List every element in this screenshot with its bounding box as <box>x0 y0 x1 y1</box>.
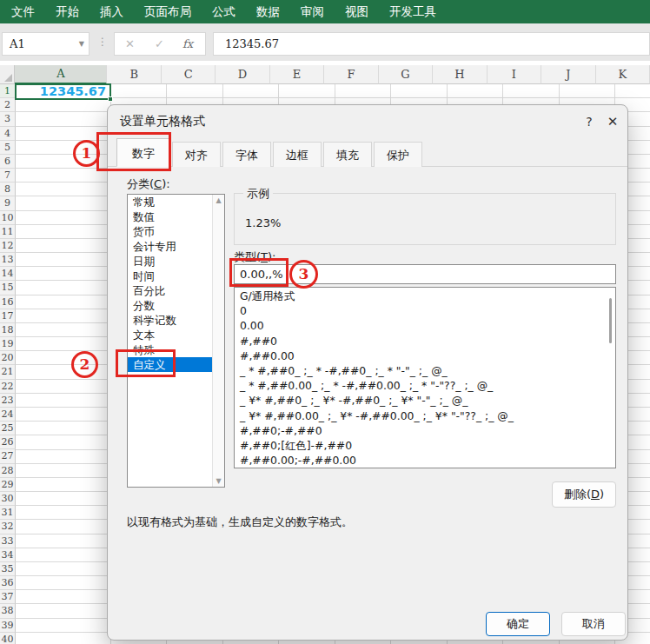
row-header-14[interactable]: 14 <box>0 267 16 281</box>
dialog-tab-3[interactable]: 字体 <box>222 142 271 167</box>
row-header-8[interactable]: 8 <box>0 183 16 196</box>
format-code-item-6[interactable]: _ * #,##0_ ;_ * -#,##0_ ;_ * "-"_ ;_ @_ <box>235 363 615 378</box>
ribbon-tab-3[interactable]: 插入 <box>100 0 123 23</box>
format-code-item-7[interactable]: _ * #,##0.00_ ;_ * -#,##0.00_ ;_ * "-"??… <box>235 378 615 393</box>
row-header-9[interactable]: 9 <box>0 196 16 210</box>
format-list-scrollbar[interactable] <box>609 298 612 343</box>
ribbon-tab-4[interactable]: 页面布局 <box>144 0 191 23</box>
column-header-G[interactable]: G <box>379 65 433 84</box>
row-header-3[interactable]: 3 <box>0 112 16 126</box>
fill-handle[interactable] <box>108 96 113 102</box>
row-header-15[interactable]: 15 <box>0 281 16 295</box>
category-item-2[interactable]: 数值 <box>128 209 224 224</box>
row-header-17[interactable]: 17 <box>0 309 16 323</box>
category-item-10[interactable]: 文本 <box>128 328 224 342</box>
row-header-13[interactable]: 13 <box>0 253 16 267</box>
row-header-30[interactable]: 30 <box>0 492 16 506</box>
format-code-item-4[interactable]: #,##0 <box>235 334 615 349</box>
dialog-tab-6[interactable]: 保护 <box>374 142 422 167</box>
row-header-34[interactable]: 34 <box>0 548 16 562</box>
row-header-27[interactable]: 27 <box>0 449 16 463</box>
row-header-19[interactable]: 19 <box>0 337 16 351</box>
category-item-6[interactable]: 时间 <box>128 269 224 283</box>
row-header-37[interactable]: 37 <box>0 590 16 604</box>
scroll-up-icon[interactable]: ▲ <box>213 196 224 204</box>
row-header-16[interactable]: 16 <box>0 295 16 309</box>
row-header-36[interactable]: 36 <box>0 576 16 590</box>
row-header-26[interactable]: 26 <box>0 435 16 449</box>
dialog-close-icon[interactable]: ✕ <box>602 111 623 132</box>
category-item-1[interactable]: 常规 <box>128 195 224 209</box>
category-listbox[interactable]: 常规数值货币会计专用日期时间百分比分数科学记数文本特殊自定义 ▲ ▼ <box>127 194 225 488</box>
row-header-24[interactable]: 24 <box>0 408 16 422</box>
row-header-1[interactable]: 1 <box>0 84 16 98</box>
column-header-A[interactable]: A <box>15 65 107 84</box>
row-header-12[interactable]: 12 <box>0 239 16 253</box>
row-header-25[interactable]: 25 <box>0 422 16 435</box>
column-header-B[interactable]: B <box>107 65 161 84</box>
ribbon-tab-1[interactable]: 文件 <box>11 0 35 23</box>
format-code-item-8[interactable]: _ ¥* #,##0_ ;_ ¥* -#,##0_ ;_ ¥* "-"_ ;_ … <box>235 393 615 408</box>
ribbon-tab-9[interactable]: 开发工具 <box>389 0 436 23</box>
category-item-5[interactable]: 日期 <box>128 254 224 269</box>
column-header-K[interactable]: K <box>596 65 650 84</box>
dialog-tab-4[interactable]: 边框 <box>273 142 322 167</box>
format-code-item-3[interactable]: 0.00 <box>235 318 615 333</box>
row-header-18[interactable]: 18 <box>0 323 16 337</box>
row-header-23[interactable]: 23 <box>0 394 16 408</box>
format-code-item-5[interactable]: #,##0.00 <box>235 349 615 363</box>
delete-button[interactable]: 删除(D) <box>552 481 616 508</box>
ribbon-tab-6[interactable]: 数据 <box>256 0 280 23</box>
name-box[interactable]: A1 ▼ <box>2 32 90 56</box>
select-all-corner[interactable] <box>0 65 15 84</box>
name-box-dropdown-icon[interactable]: ▼ <box>79 33 84 55</box>
cancel-button[interactable]: 取消 <box>561 612 626 636</box>
dialog-help-icon[interactable]: ? <box>580 112 599 131</box>
row-header-21[interactable]: 21 <box>0 365 16 379</box>
column-header-D[interactable]: D <box>216 65 269 84</box>
row-header-40[interactable]: 40 <box>0 633 16 644</box>
row-header-29[interactable]: 29 <box>0 478 16 492</box>
row-header-6[interactable]: 6 <box>0 155 16 169</box>
scroll-down-icon[interactable]: ▼ <box>213 477 224 485</box>
row-header-11[interactable]: 11 <box>0 225 16 239</box>
category-item-3[interactable]: 货币 <box>128 224 224 239</box>
ribbon-tab-8[interactable]: 视图 <box>345 0 368 23</box>
row-header-10[interactable]: 10 <box>0 211 16 225</box>
format-code-item-12[interactable]: #,##0.00;-#,##0.00 <box>235 453 615 468</box>
category-item-9[interactable]: 科学记数 <box>128 313 224 328</box>
category-item-7[interactable]: 百分比 <box>128 283 224 298</box>
row-header-7[interactable]: 7 <box>0 169 16 183</box>
category-item-8[interactable]: 分数 <box>128 298 224 313</box>
confirm-entry-icon[interactable]: ✓ <box>155 33 164 55</box>
column-header-E[interactable]: E <box>270 65 324 84</box>
format-code-item-9[interactable]: _ ¥* #,##0.00_ ;_ ¥* -#,##0.00_ ;_ ¥* "-… <box>235 408 615 423</box>
row-header-39[interactable]: 39 <box>0 619 16 633</box>
column-header-J[interactable]: J <box>541 65 595 84</box>
column-header-I[interactable]: I <box>488 65 541 84</box>
formula-input[interactable]: 12345.67 <box>213 32 650 56</box>
ok-button[interactable]: 确定 <box>486 612 550 636</box>
row-header-31[interactable]: 31 <box>0 506 16 520</box>
ribbon-tab-7[interactable]: 审阅 <box>301 0 324 23</box>
format-code-item-2[interactable]: 0 <box>235 303 615 318</box>
ribbon-tab-5[interactable]: 公式 <box>212 0 235 23</box>
format-code-item-10[interactable]: #,##0;-#,##0 <box>235 423 615 438</box>
row-header-22[interactable]: 22 <box>0 380 16 394</box>
row-header-38[interactable]: 38 <box>0 604 16 618</box>
format-code-item-11[interactable]: #,##0;[红色]-#,##0 <box>235 438 615 453</box>
format-code-item-1[interactable]: G/通用格式 <box>235 289 615 303</box>
dialog-tab-5[interactable]: 填充 <box>323 142 372 167</box>
column-header-C[interactable]: C <box>162 65 216 84</box>
column-header-F[interactable]: F <box>324 65 378 84</box>
format-code-list[interactable]: G/通用格式00.00#,##0#,##0.00_ * #,##0_ ;_ * … <box>234 287 616 468</box>
row-header-4[interactable]: 4 <box>0 127 16 141</box>
cancel-entry-icon[interactable]: ✕ <box>125 33 135 55</box>
row-header-32[interactable]: 32 <box>0 520 16 534</box>
column-header-H[interactable]: H <box>433 65 487 84</box>
row-header-35[interactable]: 35 <box>0 562 16 576</box>
category-scrollbar[interactable]: ▲ ▼ <box>212 195 224 487</box>
ribbon-tab-2[interactable]: 开始 <box>56 0 79 23</box>
dialog-tab-2[interactable]: 对齐 <box>172 142 221 167</box>
row-header-5[interactable]: 5 <box>0 141 16 155</box>
